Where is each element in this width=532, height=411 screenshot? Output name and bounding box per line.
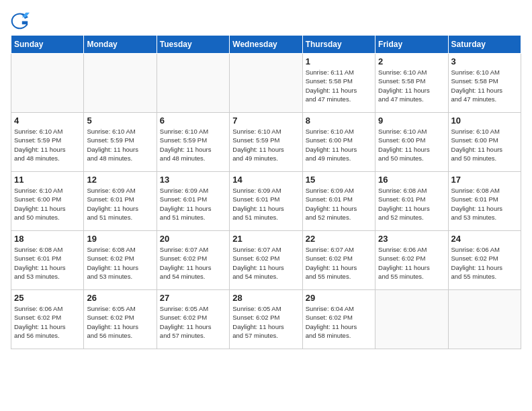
col-saturday: Saturday [448, 36, 521, 54]
day-number: 7 [232, 116, 299, 126]
day-info: Sunrise: 6:07 AM Sunset: 6:02 PM Dayligh… [232, 245, 299, 281]
table-row: 19Sunrise: 6:08 AM Sunset: 6:02 PM Dayli… [84, 231, 157, 290]
table-row: 6Sunrise: 6:10 AM Sunset: 5:59 PM Daylig… [157, 113, 229, 172]
day-info: Sunrise: 6:06 AM Sunset: 6:02 PM Dayligh… [14, 304, 81, 340]
day-number: 4 [14, 116, 81, 126]
table-row: 10Sunrise: 6:10 AM Sunset: 6:00 PM Dayli… [448, 113, 521, 172]
table-row: 2Sunrise: 6:10 AM Sunset: 5:58 PM Daylig… [375, 54, 448, 113]
table-row [11, 54, 84, 113]
day-number: 5 [87, 116, 153, 126]
page-header [11, 11, 521, 30]
day-info: Sunrise: 6:10 AM Sunset: 6:00 PM Dayligh… [306, 127, 372, 163]
day-info: Sunrise: 6:08 AM Sunset: 6:01 PM Dayligh… [451, 186, 518, 222]
table-row [84, 54, 157, 113]
calendar-table: Sunday Monday Tuesday Wednesday Thursday… [11, 35, 521, 349]
day-number: 21 [232, 234, 299, 244]
table-row: 22Sunrise: 6:07 AM Sunset: 6:02 PM Dayli… [302, 231, 375, 290]
day-info: Sunrise: 6:10 AM Sunset: 5:59 PM Dayligh… [87, 127, 153, 163]
calendar-header-row: Sunday Monday Tuesday Wednesday Thursday… [11, 36, 521, 54]
calendar-week-row: 25Sunrise: 6:06 AM Sunset: 6:02 PM Dayli… [11, 290, 521, 349]
table-row: 23Sunrise: 6:06 AM Sunset: 6:02 PM Dayli… [375, 231, 448, 290]
day-number: 24 [451, 234, 518, 244]
day-number: 12 [87, 175, 153, 185]
table-row [157, 54, 229, 113]
day-number: 23 [378, 234, 445, 244]
table-row: 14Sunrise: 6:09 AM Sunset: 6:01 PM Dayli… [230, 172, 302, 231]
day-info: Sunrise: 6:09 AM Sunset: 6:01 PM Dayligh… [87, 186, 153, 222]
day-number: 10 [451, 116, 518, 126]
day-info: Sunrise: 6:05 AM Sunset: 6:02 PM Dayligh… [87, 304, 153, 340]
day-info: Sunrise: 6:09 AM Sunset: 6:01 PM Dayligh… [160, 186, 226, 222]
table-row: 4Sunrise: 6:10 AM Sunset: 5:59 PM Daylig… [11, 113, 84, 172]
table-row: 16Sunrise: 6:08 AM Sunset: 6:01 PM Dayli… [375, 172, 448, 231]
day-info: Sunrise: 6:10 AM Sunset: 5:59 PM Dayligh… [160, 127, 226, 163]
table-row: 21Sunrise: 6:07 AM Sunset: 6:02 PM Dayli… [230, 231, 302, 290]
day-number: 27 [160, 293, 226, 303]
day-info: Sunrise: 6:06 AM Sunset: 6:02 PM Dayligh… [451, 245, 518, 281]
table-row: 18Sunrise: 6:08 AM Sunset: 6:01 PM Dayli… [11, 231, 84, 290]
table-row: 26Sunrise: 6:05 AM Sunset: 6:02 PM Dayli… [84, 290, 157, 349]
col-thursday: Thursday [302, 36, 375, 54]
day-info: Sunrise: 6:10 AM Sunset: 5:58 PM Dayligh… [378, 68, 445, 103]
day-info: Sunrise: 6:10 AM Sunset: 5:59 PM Dayligh… [232, 127, 299, 163]
day-info: Sunrise: 6:05 AM Sunset: 6:02 PM Dayligh… [160, 304, 226, 340]
table-row: 11Sunrise: 6:10 AM Sunset: 6:00 PM Dayli… [11, 172, 84, 231]
col-monday: Monday [84, 36, 157, 54]
table-row: 8Sunrise: 6:10 AM Sunset: 6:00 PM Daylig… [302, 113, 375, 172]
table-row [230, 54, 302, 113]
day-number: 28 [232, 293, 299, 303]
table-row: 12Sunrise: 6:09 AM Sunset: 6:01 PM Dayli… [84, 172, 157, 231]
day-info: Sunrise: 6:10 AM Sunset: 6:00 PM Dayligh… [14, 186, 81, 222]
table-row: 24Sunrise: 6:06 AM Sunset: 6:02 PM Dayli… [448, 231, 521, 290]
table-row: 9Sunrise: 6:10 AM Sunset: 6:00 PM Daylig… [375, 113, 448, 172]
day-number: 26 [87, 293, 153, 303]
day-number: 1 [306, 56, 372, 66]
day-info: Sunrise: 6:09 AM Sunset: 6:01 PM Dayligh… [306, 186, 372, 222]
table-row: 13Sunrise: 6:09 AM Sunset: 6:01 PM Dayli… [157, 172, 229, 231]
day-number: 2 [378, 56, 445, 66]
table-row: 15Sunrise: 6:09 AM Sunset: 6:01 PM Dayli… [302, 172, 375, 231]
day-info: Sunrise: 6:04 AM Sunset: 6:02 PM Dayligh… [306, 304, 372, 340]
col-tuesday: Tuesday [157, 36, 229, 54]
col-wednesday: Wednesday [230, 36, 302, 54]
table-row: 28Sunrise: 6:05 AM Sunset: 6:02 PM Dayli… [230, 290, 302, 349]
table-row: 25Sunrise: 6:06 AM Sunset: 6:02 PM Dayli… [11, 290, 84, 349]
day-number: 15 [306, 175, 372, 185]
day-info: Sunrise: 6:08 AM Sunset: 6:02 PM Dayligh… [87, 245, 153, 281]
day-number: 25 [14, 293, 81, 303]
calendar-week-row: 1Sunrise: 6:11 AM Sunset: 5:58 PM Daylig… [11, 54, 521, 113]
day-number: 11 [14, 175, 81, 185]
calendar-week-row: 11Sunrise: 6:10 AM Sunset: 6:00 PM Dayli… [11, 172, 521, 231]
day-info: Sunrise: 6:08 AM Sunset: 6:01 PM Dayligh… [14, 245, 81, 281]
day-number: 18 [14, 234, 81, 244]
logo [11, 11, 32, 30]
logo-icon [11, 11, 30, 30]
day-number: 17 [451, 175, 518, 185]
table-row: 1Sunrise: 6:11 AM Sunset: 5:58 PM Daylig… [302, 54, 375, 113]
table-row: 17Sunrise: 6:08 AM Sunset: 6:01 PM Dayli… [448, 172, 521, 231]
day-number: 19 [87, 234, 153, 244]
day-info: Sunrise: 6:10 AM Sunset: 5:58 PM Dayligh… [451, 68, 518, 103]
table-row: 7Sunrise: 6:10 AM Sunset: 5:59 PM Daylig… [230, 113, 302, 172]
table-row: 3Sunrise: 6:10 AM Sunset: 5:58 PM Daylig… [448, 54, 521, 113]
calendar-week-row: 4Sunrise: 6:10 AM Sunset: 5:59 PM Daylig… [11, 113, 521, 172]
day-number: 3 [451, 56, 518, 66]
table-row [375, 290, 448, 349]
table-row [448, 290, 521, 349]
day-info: Sunrise: 6:06 AM Sunset: 6:02 PM Dayligh… [378, 245, 445, 281]
calendar-week-row: 18Sunrise: 6:08 AM Sunset: 6:01 PM Dayli… [11, 231, 521, 290]
day-number: 6 [160, 116, 226, 126]
day-info: Sunrise: 6:05 AM Sunset: 6:02 PM Dayligh… [232, 304, 299, 340]
day-number: 13 [160, 175, 226, 185]
day-number: 20 [160, 234, 226, 244]
day-number: 16 [378, 175, 445, 185]
table-row: 20Sunrise: 6:07 AM Sunset: 6:02 PM Dayli… [157, 231, 229, 290]
day-number: 8 [306, 116, 372, 126]
day-number: 22 [306, 234, 372, 244]
col-friday: Friday [375, 36, 448, 54]
day-number: 9 [378, 116, 445, 126]
table-row: 27Sunrise: 6:05 AM Sunset: 6:02 PM Dayli… [157, 290, 229, 349]
day-info: Sunrise: 6:09 AM Sunset: 6:01 PM Dayligh… [232, 186, 299, 222]
day-info: Sunrise: 6:07 AM Sunset: 6:02 PM Dayligh… [306, 245, 372, 281]
col-sunday: Sunday [11, 36, 84, 54]
